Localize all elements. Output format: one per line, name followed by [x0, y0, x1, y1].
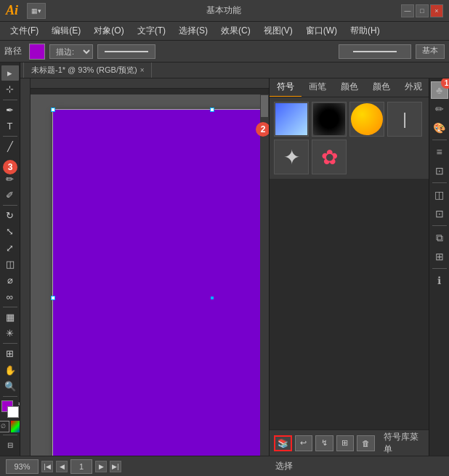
basic-button[interactable]: 基本	[416, 44, 445, 59]
next-page-btn[interactable]: ▶	[95, 461, 107, 472]
title-bar-controls: ▦▾	[27, 3, 46, 19]
fill-color-swatch[interactable]	[29, 44, 45, 60]
panel-icon-align[interactable]: ≡	[431, 143, 448, 161]
break-link-btn[interactable]: ↯	[315, 435, 333, 451]
hand-tool[interactable]: ✋	[1, 363, 19, 378]
prev-page-btn[interactable]: ◀	[56, 461, 68, 472]
maximize-button[interactable]: □	[416, 4, 429, 17]
color-mode-btn[interactable]	[11, 421, 21, 432]
symbol-paint-visual	[275, 103, 307, 135]
tab-appearance[interactable]: 外观	[397, 78, 429, 97]
color-tools: ⇄ ∅	[0, 400, 20, 432]
scrollbar-thumb[interactable]	[261, 95, 268, 117]
blend-tool[interactable]: ∞	[1, 289, 19, 304]
options-bar: 路径 描边: 基本	[0, 41, 449, 62]
symbol-paint[interactable]	[274, 102, 309, 137]
symbol-pen[interactable]: |	[387, 102, 422, 137]
last-page-btn[interactable]: ▶|	[110, 461, 121, 472]
close-button[interactable]: ×	[430, 4, 443, 17]
vertical-scrollbar[interactable]	[260, 94, 269, 456]
handle-ml[interactable]	[51, 296, 55, 300]
handle-tl[interactable]	[51, 108, 55, 112]
menu-file[interactable]: 文件(F)	[4, 23, 44, 39]
menu-view[interactable]: 视图(V)	[258, 23, 299, 39]
stroke-width[interactable]	[97, 44, 155, 59]
handle-tc[interactable]	[210, 108, 214, 112]
document-tab-title: 未标题-1* @ 93% (RGB/预览)	[31, 65, 137, 76]
tab-color1[interactable]: 颜色	[333, 78, 365, 97]
arrangement-dropdown[interactable]: ▦▾	[27, 3, 46, 19]
menu-edit[interactable]: 编辑(E)	[46, 23, 86, 39]
symbol-library-label: 符号库菜单	[384, 431, 424, 456]
menu-window[interactable]: 窗口(W)	[300, 23, 343, 39]
center-point	[211, 297, 214, 299]
menu-object[interactable]: 对象(O)	[88, 23, 129, 39]
screen-mode-btn[interactable]: ⊟	[1, 437, 19, 453]
main-layout: ▸ ⊹ ✒ T ╱ ▭ ✏ ✐ ↻ ⤡ ⤢ ◫ ⌀ ∞ ▦ ✳ ⊞ ✋ 🔍 ⇄	[0, 62, 449, 456]
panel-icon-info[interactable]: ℹ	[431, 272, 448, 289]
tab-brushes[interactable]: 画笔	[302, 78, 333, 97]
stroke-dash-visual	[353, 51, 397, 52]
duplicate-btn[interactable]: ⊞	[336, 435, 355, 451]
zoom-tool[interactable]: 🔍	[1, 379, 19, 394]
menu-select[interactable]: 选择(S)	[173, 23, 214, 39]
app-logo: Ai	[6, 3, 18, 18]
window-buttons: — □ ×	[401, 4, 443, 17]
symbol-library-btn[interactable]: 📚	[274, 435, 292, 451]
panel-bottom-toolbar: 📚 ↩ ↯ ⊞ 🗑 符号库菜单	[270, 429, 429, 456]
document-tab-close[interactable]: ×	[140, 66, 145, 74]
pencil-tool[interactable]: ✐	[1, 187, 19, 203]
symbol-sphere[interactable]	[349, 102, 384, 137]
annotation-1-container: ♣ 1	[431, 81, 448, 99]
minimize-button[interactable]: —	[401, 4, 414, 17]
panel-icon-brush[interactable]: ✏	[431, 100, 448, 118]
place-symbol-btn[interactable]: ↩	[295, 435, 313, 451]
rotate-tool[interactable]: ↻	[1, 208, 19, 223]
stroke-style-dropdown[interactable]: 描边:	[49, 44, 93, 59]
symbol-star[interactable]: ✦	[274, 140, 309, 174]
line-tool[interactable]: ╱	[1, 139, 19, 154]
status-bar: |◀ ◀ ▶ ▶| 选择	[0, 456, 449, 476]
symbol-flower[interactable]: ✿	[312, 140, 347, 174]
tab-color2[interactable]: 颜色	[365, 78, 397, 97]
menu-help[interactable]: 帮助(H)	[344, 23, 386, 39]
delete-btn[interactable]: 🗑	[357, 435, 375, 451]
warp-tool[interactable]: ⤢	[1, 241, 19, 256]
menu-type[interactable]: 文字(T)	[132, 23, 171, 39]
zoom-input[interactable]	[6, 459, 39, 474]
panel-icon-layers[interactable]: ⧉	[431, 229, 448, 246]
graph-tool[interactable]: ▦	[1, 310, 19, 325]
no-fill-btn[interactable]: ∅	[0, 421, 9, 432]
paint-tool[interactable]: ✏	[1, 172, 19, 187]
eyedropper-tool[interactable]: ⌀	[1, 273, 19, 288]
pen-tool[interactable]: ✒	[1, 102, 19, 117]
direct-select-tool[interactable]: ⊹	[1, 81, 19, 97]
panel-icon-gradient[interactable]: ◫	[431, 186, 448, 203]
scale-tool[interactable]: ⤡	[1, 224, 19, 239]
symbol-tool[interactable]: ✳	[1, 326, 19, 341]
separator-4	[3, 307, 17, 307]
panel-icon-transform[interactable]: ⊡	[431, 162, 448, 179]
stroke-dash[interactable]	[339, 44, 411, 59]
page-input[interactable]	[70, 459, 92, 474]
rect-tool[interactable]: ▭	[1, 155, 19, 170]
document-tab[interactable]: 未标题-1* @ 93% (RGB/预览) ×	[23, 62, 152, 78]
menu-effect[interactable]: 效果(C)	[215, 23, 256, 39]
panel-icon-stroke[interactable]: ⊡	[431, 205, 448, 222]
symbol-ink[interactable]	[312, 102, 347, 137]
tab-symbols[interactable]: 符号	[270, 78, 302, 97]
select-tool[interactable]: ▸	[1, 65, 19, 81]
library-icon: 📚	[278, 438, 288, 448]
title-bar: Ai ▦▾ 基本功能 — □ ×	[0, 0, 449, 22]
artboard-tool[interactable]: ⊞	[1, 346, 19, 361]
panel-separator-3	[432, 225, 447, 226]
separator-6	[3, 396, 17, 397]
panel-icon-color[interactable]: 🎨	[431, 119, 448, 137]
background-color[interactable]	[7, 406, 19, 418]
panel-empty-space	[270, 179, 429, 429]
first-page-btn[interactable]: |◀	[41, 461, 53, 472]
type-tool[interactable]: T	[1, 118, 19, 134]
panel-icon-artboards[interactable]: ⊞	[431, 248, 448, 265]
gradient-tool[interactable]: ◫	[1, 257, 19, 272]
fg-bg-colors[interactable]: ⇄	[1, 400, 19, 418]
